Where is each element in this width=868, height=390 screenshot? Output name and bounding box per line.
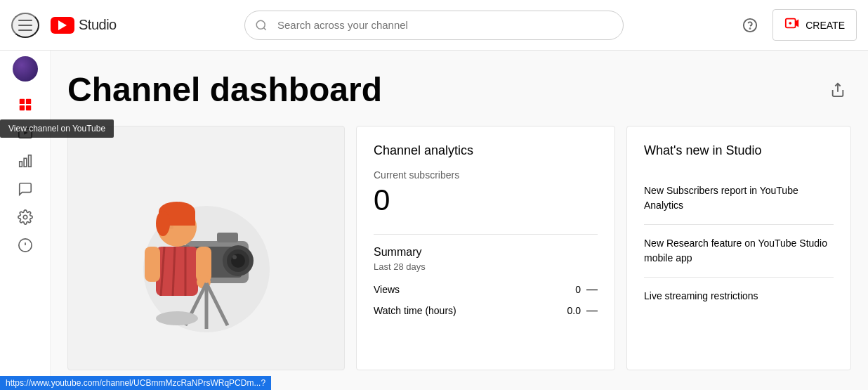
summary-period: Last 28 days bbox=[374, 261, 598, 272]
stat-row-views: Views 0 — bbox=[374, 283, 598, 296]
search-bar bbox=[166, 11, 702, 40]
create-label: CREATE bbox=[805, 20, 845, 31]
sidebar-nav bbox=[0, 90, 50, 259]
url-text: https://www.youtube.com/channel/UCBmmMzc… bbox=[6, 378, 265, 388]
svg-point-34 bbox=[169, 225, 173, 229]
svg-line-1 bbox=[263, 27, 265, 30]
search-icon bbox=[245, 19, 277, 32]
header-left: Studio bbox=[11, 13, 166, 38]
svg-rect-28 bbox=[217, 233, 238, 242]
svg-rect-13 bbox=[19, 162, 22, 167]
search-input[interactable] bbox=[277, 19, 623, 31]
subscribers-label: Current subscribers bbox=[374, 169, 598, 181]
svg-rect-40 bbox=[145, 247, 160, 282]
sidebar-item-analytics[interactable] bbox=[0, 146, 50, 174]
watchtime-label: Watch time (hours) bbox=[374, 305, 456, 316]
sidebar-item-dashboard[interactable] bbox=[0, 90, 50, 118]
tooltip: View channel on YouTube bbox=[0, 119, 114, 138]
whats-new-title: What's new in Studio bbox=[644, 143, 834, 158]
news-item-1[interactable]: New Research feature on YouTube Studio m… bbox=[644, 225, 834, 278]
header-right: CREATE bbox=[702, 9, 857, 41]
svg-point-0 bbox=[256, 20, 265, 29]
svg-point-16 bbox=[23, 215, 27, 219]
logo-text: Studio bbox=[79, 17, 117, 33]
svg-point-45 bbox=[156, 311, 198, 325]
avatar[interactable] bbox=[13, 56, 38, 82]
sidebar bbox=[0, 51, 51, 390]
tooltip-text: View channel on YouTube bbox=[8, 124, 105, 134]
header: Studio bbox=[0, 0, 868, 51]
svg-point-27 bbox=[232, 255, 237, 259]
channel-art-card bbox=[67, 126, 345, 370]
stat-row-watchtime: Watch time (hours) 0.0 — bbox=[374, 304, 598, 317]
main-content: Channel dashboard bbox=[51, 51, 868, 390]
help-button[interactable] bbox=[736, 11, 764, 39]
create-icon bbox=[784, 15, 800, 34]
search-container bbox=[244, 11, 624, 40]
divider-1 bbox=[374, 234, 598, 235]
youtube-icon bbox=[51, 17, 74, 34]
logo[interactable]: Studio bbox=[51, 17, 117, 34]
page-title-row: Channel dashboard bbox=[67, 70, 851, 109]
watchtime-value: 0.0 — bbox=[567, 304, 598, 317]
svg-rect-8 bbox=[25, 99, 30, 104]
svg-point-3 bbox=[750, 28, 751, 29]
svg-rect-9 bbox=[19, 105, 24, 110]
summary-title: Summary bbox=[374, 246, 598, 259]
svg-point-33 bbox=[156, 211, 170, 236]
dashboard-grid: Channel analytics Current subscribers 0 … bbox=[67, 126, 851, 370]
views-value: 0 — bbox=[575, 283, 598, 296]
analytics-title: Channel analytics bbox=[374, 143, 598, 158]
news-item-2[interactable]: Live streaming restrictions bbox=[644, 278, 834, 315]
url-bar: https://www.youtube.com/channel/UCBmmMzc… bbox=[0, 376, 271, 390]
sidebar-item-settings[interactable] bbox=[0, 202, 50, 230]
analytics-card: Channel analytics Current subscribers 0 … bbox=[356, 126, 615, 370]
svg-rect-10 bbox=[25, 105, 30, 110]
sidebar-item-feedback[interactable] bbox=[0, 230, 50, 259]
page-title: Channel dashboard bbox=[67, 70, 382, 109]
whats-new-card: What's new in Studio New Subscribers rep… bbox=[626, 126, 851, 370]
share-button[interactable] bbox=[824, 77, 851, 103]
subscribers-count: 0 bbox=[374, 183, 598, 217]
svg-rect-7 bbox=[19, 99, 24, 104]
svg-rect-14 bbox=[24, 158, 27, 167]
svg-rect-15 bbox=[28, 155, 31, 167]
menu-button[interactable] bbox=[11, 13, 39, 38]
news-item-0[interactable]: New Subscribers report in YouTube Analyt… bbox=[644, 172, 834, 225]
sidebar-item-comments[interactable] bbox=[0, 174, 50, 202]
views-label: Views bbox=[374, 284, 400, 295]
create-button[interactable]: CREATE bbox=[772, 9, 857, 41]
channel-illustration bbox=[115, 157, 298, 339]
